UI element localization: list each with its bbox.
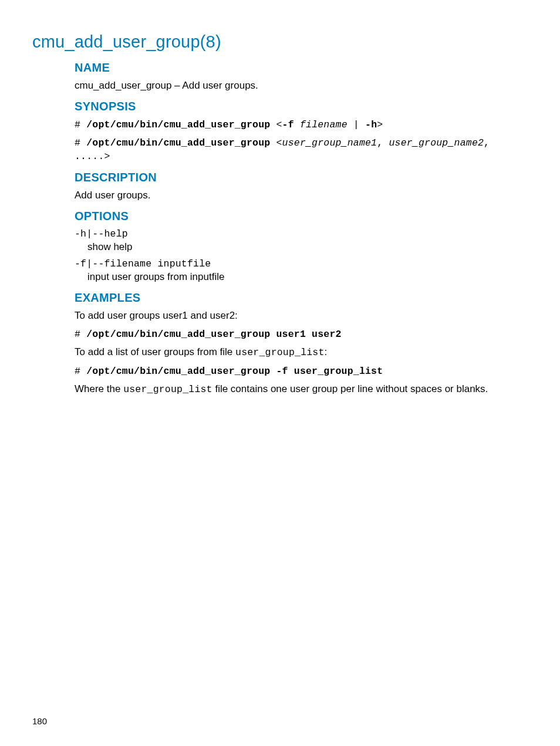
synopsis-open: <: [270, 137, 282, 148]
synopsis-prefix: #: [75, 137, 86, 148]
synopsis-line-2: # /opt/cmu/bin/cmu_add_user_group <user_…: [75, 136, 528, 164]
synopsis-arg2: user_group_name2: [389, 137, 484, 148]
example-intro-1: To add user groups user1 and user2:: [75, 309, 528, 323]
synopsis-cmd: /opt/cmu/bin/cmu_add_user_group: [86, 119, 270, 130]
example-cmd-2: # /opt/cmu/bin/cmu_add_user_group -f use…: [75, 364, 528, 378]
synopsis-flag-h: -h: [365, 119, 377, 130]
example-cmd-1: # /opt/cmu/bin/cmu_add_user_group user1 …: [75, 328, 528, 341]
cmd-prefix: #: [75, 329, 86, 340]
section-heading-examples: EXAMPLES: [75, 290, 528, 306]
manpage: cmu_add_user_group(8) NAME cmu_add_user_…: [0, 0, 560, 746]
option-filename: -f|--filename inputfile input user group…: [75, 258, 528, 284]
option-help: -h|--help show help: [75, 228, 528, 254]
example-intro-2: To add a list of user groups from file u…: [75, 346, 528, 359]
synopsis-comma: ,: [377, 137, 389, 148]
description-text: Add user groups.: [75, 189, 528, 202]
cmd-text: /opt/cmu/bin/cmu_add_user_group user1 us…: [86, 329, 341, 340]
section-heading-synopsis: SYNOPSIS: [75, 99, 528, 114]
page-number: 180: [32, 716, 47, 726]
option-desc: show help: [87, 241, 528, 254]
name-cmd: cmu_add_user_group –: [75, 80, 182, 91]
synopsis-close: >: [377, 119, 383, 130]
page-title: cmu_add_user_group(8): [32, 32, 528, 52]
synopsis-arg-filename: filename: [300, 119, 348, 130]
synopsis-flag-f: -f: [282, 119, 294, 130]
synopsis-bar: |: [348, 119, 365, 130]
synopsis-space: [294, 119, 300, 130]
page-body: NAME cmu_add_user_group – Add user group…: [75, 60, 528, 396]
intro2-post: :: [325, 346, 328, 357]
intro2-pre: To add a list of user groups from file: [75, 346, 235, 357]
intro2-file: user_group_list: [235, 347, 325, 358]
option-flag: -h|--help: [75, 228, 528, 241]
section-heading-options: OPTIONS: [75, 208, 528, 224]
synopsis-cmd: /opt/cmu/bin/cmu_add_user_group: [86, 137, 270, 148]
synopsis-arg1: user_group_name1: [282, 137, 377, 148]
name-text: cmu_add_user_group – Add user groups.: [75, 79, 528, 93]
note-post: file contains one user group per line wi…: [212, 383, 488, 394]
section-heading-name: NAME: [75, 60, 528, 76]
option-flag: -f|--filename inputfile: [75, 258, 528, 271]
synopsis-open: <: [270, 119, 282, 130]
note-pre: Where the: [75, 383, 123, 394]
synopsis-prefix: #: [75, 119, 86, 130]
section-heading-description: DESCRIPTION: [75, 170, 528, 185]
cmd-text: /opt/cmu/bin/cmu_add_user_group -f user_…: [86, 366, 383, 377]
option-desc: input user groups from inputfile: [87, 271, 528, 284]
synopsis-line-1: # /opt/cmu/bin/cmu_add_user_group <-f fi…: [75, 118, 528, 131]
cmd-prefix: #: [75, 366, 86, 377]
note-file: user_group_list: [123, 384, 212, 395]
example-note: Where the user_group_list file contains …: [75, 383, 528, 396]
name-desc: Add user groups.: [182, 80, 258, 91]
